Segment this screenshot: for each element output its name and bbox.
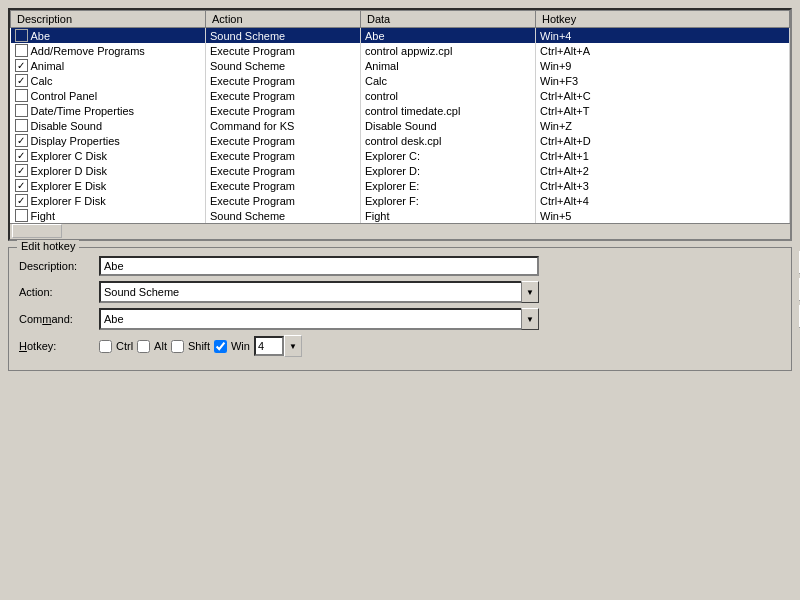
table-row[interactable]: AbeSound SchemeAbeWin+4 <box>11 28 790 44</box>
action-label: Action: <box>19 286 99 298</box>
desc-cell: Control Panel <box>11 88 206 103</box>
command-select-wrapper: Abe <box>99 308 539 330</box>
desc-cell: Calc <box>11 73 206 88</box>
row-checkbox[interactable] <box>15 164 28 177</box>
shift-checkbox[interactable] <box>171 340 184 353</box>
row-description: Add/Remove Programs <box>31 45 145 57</box>
win-label[interactable]: Win <box>231 340 250 352</box>
row-action: Execute Program <box>206 43 361 58</box>
action-select[interactable]: Sound SchemeExecute ProgramCommand for K… <box>99 281 539 303</box>
table-row[interactable]: Add/Remove ProgramsExecute Programcontro… <box>11 43 790 58</box>
row-action: Execute Program <box>206 88 361 103</box>
row-checkbox[interactable] <box>15 74 28 87</box>
row-description: Explorer D Disk <box>31 165 107 177</box>
row-hotkey: Ctrl+Alt+T <box>536 103 790 118</box>
table-row[interactable]: Disable SoundCommand for KSDisable Sound… <box>11 118 790 133</box>
description-label: Description: <box>19 260 99 272</box>
ctrl-checkbox[interactable] <box>99 340 112 353</box>
row-checkbox[interactable] <box>15 119 28 132</box>
row-data: control <box>361 88 536 103</box>
desc-cell: Animal <box>11 58 206 73</box>
edit-hotkey-panel: Edit hotkey Description: Action: Sound S… <box>8 247 792 371</box>
row-checkbox[interactable] <box>15 149 28 162</box>
hotkey-key-wrapper <box>254 335 302 357</box>
scrollbar[interactable] <box>10 223 790 239</box>
row-data: control appwiz.cpl <box>361 43 536 58</box>
row-data: Calc <box>361 73 536 88</box>
row-data: control desk.cpl <box>361 133 536 148</box>
row-checkbox[interactable] <box>15 209 28 222</box>
alt-checkbox[interactable] <box>137 340 150 353</box>
edit-panel-title: Edit hotkey <box>17 240 79 252</box>
description-input[interactable] <box>99 256 539 276</box>
row-description: Display Properties <box>31 135 120 147</box>
row-checkbox[interactable] <box>15 134 28 147</box>
row-action: Execute Program <box>206 163 361 178</box>
row-checkbox[interactable] <box>15 29 28 42</box>
hotkey-controls: Ctrl Alt Shift Win <box>99 335 302 357</box>
ctrl-label[interactable]: Ctrl <box>116 340 133 352</box>
row-checkbox[interactable] <box>15 89 28 102</box>
row-action: Execute Program <box>206 73 361 88</box>
row-description: Calc <box>31 75 53 87</box>
hotkey-label: Hotkey: <box>19 340 99 352</box>
command-select[interactable]: Abe <box>99 308 539 330</box>
hotkey-key-dropdown[interactable] <box>284 335 302 357</box>
row-checkbox[interactable] <box>15 59 28 72</box>
alt-label[interactable]: Alt <box>154 340 167 352</box>
row-action: Execute Program <box>206 193 361 208</box>
table-row[interactable]: Explorer C DiskExecute ProgramExplorer C… <box>11 148 790 163</box>
row-data: control timedate.cpl <box>361 103 536 118</box>
row-checkbox[interactable] <box>15 194 28 207</box>
table-row[interactable]: Explorer E DiskExecute ProgramExplorer E… <box>11 178 790 193</box>
row-hotkey: Ctrl+Alt+4 <box>536 193 790 208</box>
col-data: Data <box>361 11 536 28</box>
row-action: Sound Scheme <box>206 58 361 73</box>
row-checkbox[interactable] <box>15 44 28 57</box>
scrollbar-thumb[interactable] <box>12 224 62 238</box>
table-row[interactable]: Control PanelExecute ProgramcontrolCtrl+… <box>11 88 790 103</box>
row-hotkey: Ctrl+Alt+C <box>536 88 790 103</box>
row-description: Fight <box>31 210 55 222</box>
hotkey-table[interactable]: Description Action Data Hotkey AbeSound … <box>8 8 792 241</box>
hotkey-key-input[interactable] <box>254 336 284 356</box>
table-row[interactable]: FightSound SchemeFightWin+5 <box>11 208 790 223</box>
table-row[interactable]: Display PropertiesExecute Programcontrol… <box>11 133 790 148</box>
col-action: Action <box>206 11 361 28</box>
desc-cell: Add/Remove Programs <box>11 43 206 58</box>
command-label: Command: <box>19 313 99 325</box>
row-hotkey: Ctrl+Alt+1 <box>536 148 790 163</box>
desc-cell: Explorer D Disk <box>11 163 206 178</box>
shift-label[interactable]: Shift <box>188 340 210 352</box>
row-hotkey: Ctrl+Alt+A <box>536 43 790 58</box>
col-description: Description <box>11 11 206 28</box>
row-action: Execute Program <box>206 103 361 118</box>
row-hotkey: Win+5 <box>536 208 790 223</box>
table-row[interactable]: CalcExecute ProgramCalcWin+F3 <box>11 73 790 88</box>
action-select-wrapper: Sound SchemeExecute ProgramCommand for K… <box>99 281 539 303</box>
desc-cell: Fight <box>11 208 206 223</box>
row-data: Explorer C: <box>361 148 536 163</box>
row-description: Explorer F Disk <box>31 195 106 207</box>
desc-cell: Explorer F Disk <box>11 193 206 208</box>
row-description: Date/Time Properties <box>31 105 135 117</box>
table-row[interactable]: Date/Time PropertiesExecute Programcontr… <box>11 103 790 118</box>
command-row: Command: Abe <box>19 308 781 330</box>
row-action: Sound Scheme <box>206 28 361 44</box>
row-hotkey: Win+F3 <box>536 73 790 88</box>
row-description: Control Panel <box>31 90 98 102</box>
row-checkbox[interactable] <box>15 104 28 117</box>
row-description: Explorer E Disk <box>31 180 107 192</box>
row-data: Animal <box>361 58 536 73</box>
row-data: Fight <box>361 208 536 223</box>
row-action: Command for KS <box>206 118 361 133</box>
desc-cell: Explorer C Disk <box>11 148 206 163</box>
row-data: Abe <box>361 28 536 44</box>
table-row[interactable]: Explorer F DiskExecute ProgramExplorer F… <box>11 193 790 208</box>
row-action: Sound Scheme <box>206 208 361 223</box>
row-action: Execute Program <box>206 178 361 193</box>
row-checkbox[interactable] <box>15 179 28 192</box>
win-checkbox[interactable] <box>214 340 227 353</box>
table-row[interactable]: Explorer D DiskExecute ProgramExplorer D… <box>11 163 790 178</box>
table-row[interactable]: AnimalSound SchemeAnimalWin+9 <box>11 58 790 73</box>
